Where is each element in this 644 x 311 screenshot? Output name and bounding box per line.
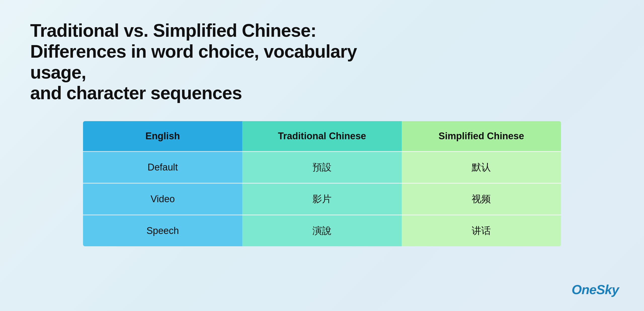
row1-traditional: 預設 — [242, 152, 401, 183]
table-row: Speech 演說 讲话 — [83, 215, 561, 247]
table-wrapper: English Traditional Chinese Simplified C… — [30, 121, 614, 296]
row3-traditional: 演說 — [242, 215, 401, 247]
row2-traditional: 影片 — [242, 183, 401, 215]
header-simplified: Simplified Chinese — [402, 121, 561, 152]
comparison-table: English Traditional Chinese Simplified C… — [83, 121, 561, 246]
header-traditional: Traditional Chinese — [242, 121, 401, 152]
table-header-row: English Traditional Chinese Simplified C… — [83, 121, 561, 152]
onesky-logo: OneSky — [572, 282, 619, 297]
table-row: Video 影片 视频 — [83, 183, 561, 215]
row1-english: Default — [83, 152, 242, 183]
row3-simplified: 讲话 — [402, 215, 561, 247]
row2-simplified: 视频 — [402, 183, 561, 215]
header-english: English — [83, 121, 242, 152]
table-row: Default 預設 默认 — [83, 152, 561, 183]
page-title: Traditional vs. Simplified Chinese: Diff… — [30, 20, 382, 103]
row1-simplified: 默认 — [402, 152, 561, 183]
row3-english: Speech — [83, 215, 242, 247]
main-container: Traditional vs. Simplified Chinese: Diff… — [0, 0, 644, 311]
row2-english: Video — [83, 183, 242, 215]
